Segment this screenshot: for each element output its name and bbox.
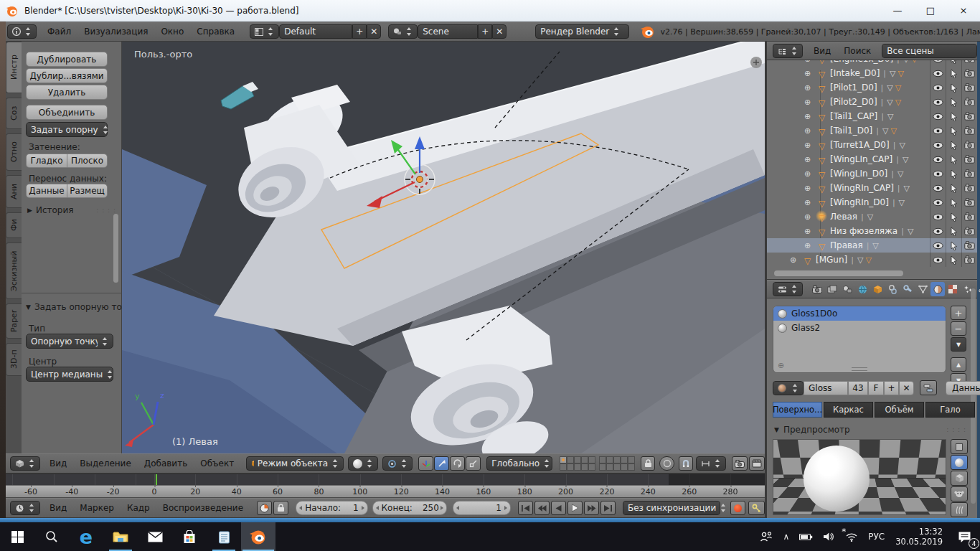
current-frame-field[interactable]: 1 bbox=[453, 501, 511, 515]
selectable-cursor-icon[interactable] bbox=[946, 123, 961, 138]
object-name[interactable]: [Turret1A_D0] bbox=[830, 140, 890, 150]
panel-grip[interactable]: : : : : bbox=[96, 207, 116, 214]
menu-item[interactable]: Файл bbox=[41, 27, 77, 37]
new-material-button[interactable]: + bbox=[884, 381, 899, 395]
outliner-row[interactable]: ⊕ ▽ Левая | ▽ ▽ bbox=[767, 209, 977, 224]
render-camera-icon[interactable] bbox=[961, 253, 977, 267]
render-engine-dropdown[interactable]: Рендер Blender bbox=[535, 24, 629, 39]
file-explorer-icon[interactable] bbox=[103, 522, 138, 551]
material-slot[interactable]: Gloss1D0o bbox=[773, 306, 946, 321]
outliner-row[interactable]: ⊕ ▽ [MGun] | ▽ ▽ bbox=[767, 253, 977, 267]
render-layers-tab-icon[interactable] bbox=[825, 282, 839, 296]
selectable-cursor-icon[interactable] bbox=[946, 60, 961, 66]
render-camera-icon[interactable] bbox=[961, 152, 977, 166]
operator-panel-header[interactable]: ▼ Задать опорную точку bbox=[26, 302, 121, 312]
expand-icon[interactable]: ⊕ bbox=[804, 98, 816, 107]
tray-chevron-icon[interactable]: ∧ bbox=[778, 522, 794, 551]
material-type-tab[interactable]: Поверхно... bbox=[773, 402, 822, 418]
previous-keyframe-button[interactable] bbox=[534, 501, 550, 515]
menu-item[interactable]: Выделение bbox=[73, 458, 137, 468]
visibility-eye-icon[interactable] bbox=[930, 253, 946, 267]
world-tab-icon[interactable] bbox=[855, 282, 870, 296]
visibility-eye-icon[interactable] bbox=[930, 181, 946, 195]
object-tab-icon[interactable] bbox=[870, 282, 885, 296]
editor-type-selector[interactable] bbox=[773, 282, 803, 296]
object-name[interactable]: [MGun] bbox=[816, 255, 847, 265]
outliner-horizontal-scrollbar[interactable] bbox=[774, 270, 903, 276]
menu-item[interactable]: Вид bbox=[43, 458, 73, 468]
add-material-slot-button[interactable]: + bbox=[951, 306, 966, 320]
expand-icon[interactable]: ⊕ bbox=[804, 141, 816, 150]
transfer-layout-button[interactable]: Размещ bbox=[67, 184, 108, 198]
physics-tab-icon[interactable] bbox=[976, 282, 980, 296]
end-frame-field[interactable]: Конец:250 bbox=[372, 501, 447, 515]
set-origin-dropdown[interactable]: Задать опорну bbox=[26, 122, 108, 137]
duplicate-button[interactable]: Дублировать bbox=[26, 52, 108, 67]
outliner-row[interactable]: ⊕ ▽ [Tail1_CAP] | ▽ ▽ bbox=[767, 109, 977, 123]
minimize-button[interactable]: — bbox=[881, 0, 914, 22]
render-camera-icon[interactable] bbox=[961, 181, 977, 195]
menu-item[interactable]: Объект bbox=[194, 458, 240, 468]
notepad-app-icon[interactable] bbox=[207, 522, 241, 551]
translate-manipulator-button[interactable] bbox=[434, 456, 449, 471]
selectable-cursor-icon[interactable] bbox=[946, 238, 961, 253]
outliner-row[interactable]: ⊕ ▽ [WingLIn_CAP] | ▽ ▽ bbox=[767, 152, 977, 166]
add-screen-button[interactable]: + bbox=[352, 24, 367, 39]
preview-monkey-button[interactable] bbox=[951, 486, 968, 501]
expand-icon[interactable]: ⊕ bbox=[804, 184, 816, 193]
jump-to-start-button[interactable] bbox=[518, 501, 533, 515]
visibility-eye-icon[interactable] bbox=[930, 238, 946, 253]
menu-item[interactable]: Вид bbox=[807, 46, 837, 56]
selectable-cursor-icon[interactable] bbox=[946, 138, 961, 152]
editor-type-selector[interactable] bbox=[773, 44, 803, 58]
editor-type-selector[interactable] bbox=[10, 456, 40, 471]
object-name[interactable]: Низ фюзеляжа bbox=[830, 226, 897, 236]
menu-item[interactable]: Окно bbox=[154, 27, 190, 37]
menu-item[interactable]: Справка bbox=[190, 27, 241, 37]
material-type-tab[interactable]: Объём bbox=[875, 402, 924, 418]
render-tab-icon[interactable] bbox=[810, 282, 824, 296]
menu-item[interactable]: Вид bbox=[43, 503, 73, 513]
expand-icon[interactable]: ⊕ bbox=[804, 69, 816, 78]
show-nodes-button[interactable] bbox=[920, 380, 937, 395]
layers-widget-left[interactable] bbox=[560, 456, 595, 471]
slot-specials-dropdown[interactable]: ▼ bbox=[951, 337, 966, 352]
selectable-cursor-icon[interactable] bbox=[946, 195, 961, 209]
start-frame-field[interactable]: Начало:1 bbox=[296, 501, 367, 515]
object-name[interactable]: Правая bbox=[830, 240, 863, 250]
selectable-cursor-icon[interactable] bbox=[946, 109, 961, 123]
visibility-eye-icon[interactable] bbox=[930, 80, 946, 95]
sync-dropdown[interactable]: Без синхронизации bbox=[623, 501, 720, 515]
history-panel-header[interactable]: ▶ История : : : : bbox=[27, 205, 116, 215]
toolshelf-tab[interactable]: Отно bbox=[6, 133, 22, 171]
render-camera-icon[interactable] bbox=[961, 238, 977, 253]
expand-icon[interactable]: ⊕ bbox=[804, 60, 816, 64]
visibility-eye-icon[interactable] bbox=[930, 109, 946, 123]
material-type-tab[interactable]: Каркас bbox=[824, 402, 873, 418]
list-resize-grip[interactable] bbox=[852, 367, 867, 371]
screen-name-field[interactable]: Default bbox=[279, 24, 352, 39]
object-name[interactable]: [WingRIn_D0] bbox=[830, 197, 889, 207]
outliner-row[interactable]: ⊕ ▽ [WingRIn_CAP] | ▽ ▽ bbox=[767, 181, 977, 195]
object-name[interactable]: [Tail1_CAP] bbox=[830, 111, 877, 121]
mode-dropdown[interactable]: Режим объекта bbox=[246, 456, 344, 471]
scene-selector[interactable] bbox=[388, 24, 418, 39]
duplicate-linked-button[interactable]: Дублир...вязями bbox=[26, 68, 108, 83]
toolshelf-tab[interactable]: Эскизный bbox=[6, 242, 22, 299]
start-button[interactable] bbox=[0, 522, 34, 551]
selectable-cursor-icon[interactable] bbox=[946, 80, 961, 95]
menu-item[interactable]: Поиск bbox=[837, 46, 877, 56]
expand-icon[interactable]: ⊕ bbox=[790, 255, 801, 265]
render-camera-icon[interactable] bbox=[961, 209, 977, 224]
transfer-data-button[interactable]: Данные bbox=[26, 184, 67, 198]
proportional-edit-button[interactable] bbox=[659, 456, 674, 471]
expand-icon[interactable]: ⊕ bbox=[804, 169, 816, 179]
visibility-eye-icon[interactable] bbox=[930, 195, 946, 209]
layers-widget-right[interactable] bbox=[599, 456, 635, 471]
object-name[interactable]: [Pilot1_D0] bbox=[830, 83, 877, 93]
outliner-row[interactable]: ⊕ ▽ Низ фюзеляжа | ▽ ▽ bbox=[767, 224, 977, 238]
object-name[interactable]: [Intake_D0] bbox=[830, 68, 880, 78]
selectable-cursor-icon[interactable] bbox=[946, 253, 961, 267]
rotate-manipulator-button[interactable] bbox=[450, 456, 465, 471]
blender-taskbar-icon[interactable] bbox=[241, 522, 275, 551]
